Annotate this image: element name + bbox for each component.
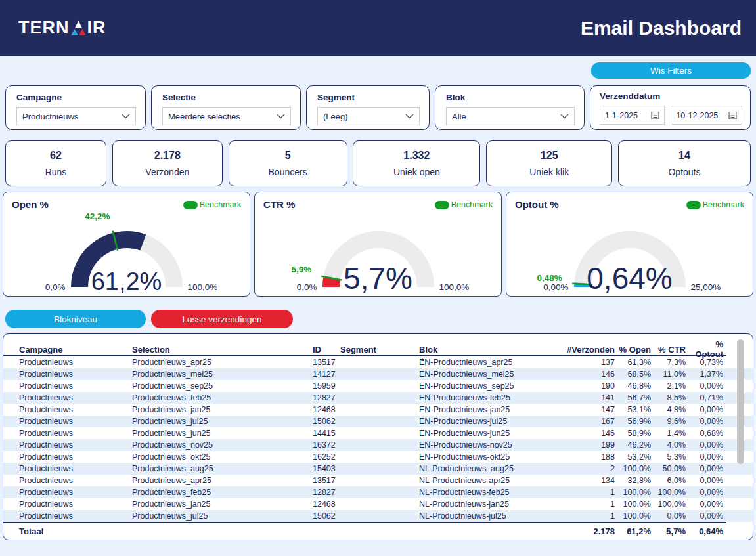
kpi-value: 1.332 (403, 150, 430, 161)
column-header-optout[interactable]: % Optout (686, 339, 723, 359)
cell-campagne: Productnieuws (19, 358, 132, 367)
cell-verzonden: 199 (557, 440, 615, 450)
cell-selection: Productnieuws_jul25 (132, 417, 313, 426)
filter-dropdown[interactable]: Alle (446, 107, 575, 125)
column-header-segment[interactable]: Segment (340, 345, 419, 354)
total-verzonden: 2.178 (557, 526, 615, 536)
table-row[interactable]: Productnieuws Productnieuws_apr25 13517 … (3, 356, 753, 368)
cell-selection: Productnieuws_mei25 (132, 370, 313, 379)
cell-selection: Productnieuws_jul25 (132, 511, 313, 521)
cell-campagne: Productnieuws (19, 405, 132, 414)
benchmark-value-label: 0,48% (537, 273, 562, 283)
cell-blok: EN-Productnieuws_mei25 (419, 370, 557, 379)
table-row[interactable]: Productnieuws Productnieuws_sep25 15959 … (3, 380, 753, 392)
date-from-input[interactable]: 1-1-2025 (600, 106, 665, 125)
table-row[interactable]: Productnieuws Productnieuws_feb25 12827 … (3, 486, 753, 498)
column-header-open[interactable]: % Open (615, 345, 651, 354)
benchmark-legend-label: Benchmark (200, 200, 241, 209)
cell-optout: 0,00% (686, 488, 723, 497)
cell-optout: 0,68% (686, 429, 723, 438)
logo-triangle-a-icon (71, 20, 86, 35)
filter-dropdown[interactable]: Productnieuws (16, 107, 136, 125)
column-header-ctr[interactable]: % CTR (651, 345, 686, 354)
benchmark-legend-pill-icon (435, 201, 449, 209)
cell-campagne: Productnieuws (19, 476, 132, 485)
cell-optout: 0,73% (686, 358, 723, 367)
date-to-input[interactable]: 10-12-2025 (671, 106, 742, 125)
table-row[interactable]: Productnieuws Productnieuws_jul25 15062 … (3, 510, 753, 522)
table-row[interactable]: Productnieuws Productnieuws_feb25 12827 … (3, 392, 753, 404)
cell-optout: 0,00% (686, 440, 723, 450)
cell-optout: 0,00% (686, 381, 723, 391)
cell-verzonden: 141 (557, 393, 615, 402)
total-open: 61,2% (615, 526, 651, 536)
cell-blok: EN-Productnieuws_sep25 (419, 381, 557, 391)
benchmark-legend-label: Benchmark (703, 200, 744, 209)
cell-campagne: Productnieuws (19, 381, 132, 391)
cell-blok: EN-Productnieuws-jun25 (419, 429, 557, 438)
cell-open: 58,9% (615, 429, 651, 438)
gauge-card: CTR % Benchmark 5,9% 5,7% 0,0% 100,0% (254, 192, 502, 297)
filter-card: Segment (Leeg) (306, 85, 430, 130)
cell-id: 15062 (313, 417, 340, 426)
column-header-blok[interactable]: Blok ▲ (419, 345, 557, 354)
table-row[interactable]: Productnieuws Productnieuws_jan25 12468 … (3, 498, 753, 510)
gauge-title: Optout % (515, 199, 559, 210)
column-header-selection[interactable]: Selection (132, 345, 313, 354)
cell-selection: Productnieuws_okt25 (132, 452, 313, 461)
table-row[interactable]: Productnieuws Productnieuws_nov25 16372 … (3, 439, 753, 451)
cell-campagne: Productnieuws (19, 464, 132, 473)
kpi-card: 1.332 Uniek open (353, 140, 480, 186)
cell-id: 15403 (313, 464, 340, 473)
cell-open: 32,8% (615, 476, 651, 485)
table-scrollbar-thumb[interactable] (737, 339, 744, 464)
cell-campagne: Productnieuws (19, 452, 132, 461)
table-row[interactable]: Productnieuws Productnieuws_jan25 12468 … (3, 404, 753, 416)
kpi-label: Uniek klik (529, 167, 569, 177)
cell-open: 100,0% (615, 511, 651, 521)
cell-verzonden: 1 (557, 500, 615, 509)
table-row[interactable]: Productnieuws Productnieuws_jun25 14415 … (3, 427, 753, 439)
clear-filters-button[interactable]: Wis Filters (591, 62, 751, 79)
cell-selection: Productnieuws_sep25 (132, 381, 313, 391)
cell-open: 53,2% (615, 452, 651, 461)
cell-id: 12468 (313, 405, 340, 414)
kpi-label: Verzonden (145, 167, 189, 177)
table-body: Productnieuws Productnieuws_apr25 13517 … (3, 356, 753, 522)
blokniveau-button[interactable]: Blokniveau (5, 310, 146, 328)
filter-label: Selectie (162, 93, 291, 102)
cell-blok: NL-Productnieuws_aug25 (419, 464, 557, 473)
table-row[interactable]: Productnieuws Productnieuws_jul25 15062 … (3, 416, 753, 427)
calendar-icon (728, 111, 737, 119)
cell-verzonden: 1 (557, 488, 615, 497)
losse-verzendingen-button[interactable]: Losse verzendingen (151, 310, 293, 328)
cell-verzonden: 134 (557, 476, 615, 485)
cell-selection: Productnieuws_apr25 (132, 358, 313, 367)
table-row[interactable]: Productnieuws Productnieuws_okt25 16252 … (3, 451, 753, 463)
cell-ctr: 100,0% (651, 488, 686, 497)
cell-id: 14127 (313, 370, 340, 379)
cell-verzonden: 167 (557, 417, 615, 426)
date-from-value: 1-1-2025 (605, 111, 638, 120)
cell-open: 56,7% (615, 393, 651, 402)
table-row[interactable]: Productnieuws Productnieuws_aug25 15403 … (3, 463, 753, 475)
cell-selection: Productnieuws_nov25 (132, 440, 313, 450)
filter-dropdown[interactable]: (Leeg) (317, 107, 420, 125)
cell-blok: EN-Productnieuws-jul25 (419, 417, 557, 426)
filter-label: Verzenddatum (600, 91, 742, 101)
benchmark-legend-pill-icon (686, 201, 701, 209)
column-header-id[interactable]: ID (313, 345, 340, 354)
cell-id: 16252 (313, 452, 340, 461)
gauge-max-label: 25,00% (691, 282, 721, 292)
view-toggle-row: Blokniveau Losse verzendingen (5, 310, 751, 328)
column-header-campagne[interactable]: Campagne (19, 345, 132, 354)
table-row[interactable]: Productnieuws Productnieuws_apr25 13517 … (3, 475, 753, 486)
cell-selection: Productnieuws_jun25 (132, 429, 313, 438)
cell-blok: NL-Productnieuws-jul25 (419, 511, 557, 521)
cell-ctr: 4,8% (651, 405, 686, 414)
benchmark-legend: Benchmark (183, 200, 241, 209)
filter-dropdown[interactable]: Meerdere selecties (162, 107, 291, 125)
table-row[interactable]: Productnieuws Productnieuws_mei25 14127 … (3, 368, 753, 380)
total-label: Totaal (19, 526, 132, 536)
column-header-verzonden[interactable]: #Verzonden (557, 345, 615, 354)
